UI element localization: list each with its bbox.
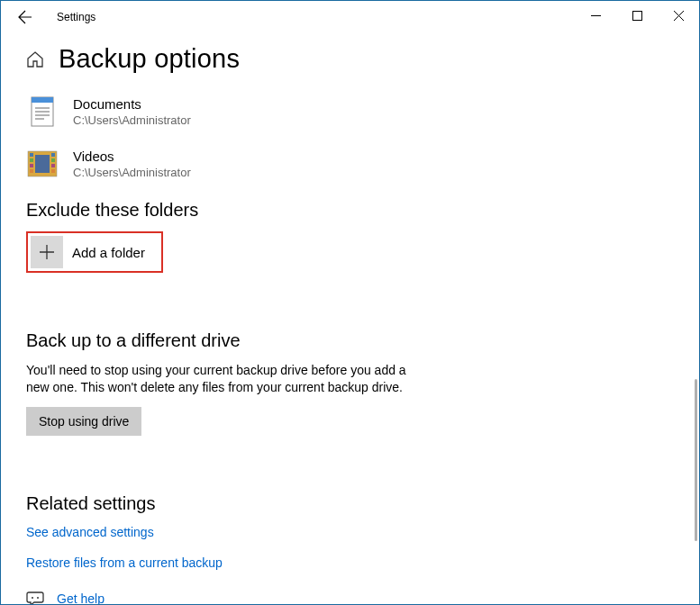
svg-rect-12 [51, 153, 55, 157]
document-icon [26, 95, 59, 128]
svg-rect-9 [30, 158, 33, 162]
scrollbar-thumb[interactable] [695, 379, 697, 541]
app-title: Settings [57, 11, 95, 23]
close-icon [674, 11, 684, 21]
folder-name: Videos [73, 149, 191, 164]
folder-item-documents[interactable]: Documents C:\Users\Administrator [26, 95, 674, 128]
get-help-link[interactable]: Get help [57, 591, 105, 604]
svg-rect-13 [51, 158, 55, 162]
content-area: Backup options Documents C:\Users\Admini… [1, 33, 699, 604]
minimize-icon [591, 11, 601, 21]
folder-name: Documents [73, 96, 191, 112]
plus-box [31, 236, 63, 268]
folder-info: Videos C:\Users\Administrator [73, 149, 191, 179]
folder-item-videos[interactable]: Videos C:\Users\Administrator [26, 148, 674, 180]
help-row: Get help [26, 590, 674, 604]
plus-icon [38, 243, 56, 261]
arrow-left-icon [18, 10, 32, 24]
svg-rect-8 [30, 153, 33, 157]
see-advanced-settings-link[interactable]: See advanced settings [26, 525, 674, 539]
svg-rect-15 [51, 169, 55, 173]
exclude-folders-heading: Exclude these folders [26, 200, 674, 221]
scrollbar[interactable] [695, 379, 698, 541]
titlebar: Settings [1, 1, 699, 33]
different-drive-description: You'll need to stop using your current b… [26, 362, 414, 396]
home-icon[interactable] [26, 50, 44, 68]
stop-using-drive-button[interactable]: Stop using drive [26, 407, 141, 436]
maximize-icon [632, 11, 642, 21]
restore-files-link[interactable]: Restore files from a current backup [26, 555, 674, 570]
svg-rect-2 [32, 97, 53, 103]
folder-path: C:\Users\Administrator [73, 166, 191, 179]
svg-rect-16 [35, 155, 50, 173]
svg-point-18 [37, 597, 39, 599]
minimize-button[interactable] [575, 1, 616, 30]
close-button[interactable] [658, 1, 699, 30]
window-controls [575, 1, 699, 30]
chat-help-icon [26, 590, 44, 604]
add-folder-label: Add a folder [72, 245, 145, 260]
back-button[interactable] [12, 4, 39, 31]
video-icon [26, 148, 59, 180]
add-folder-button[interactable]: Add a folder [31, 236, 145, 268]
svg-point-17 [32, 597, 33, 599]
page-title: Backup options [59, 44, 240, 74]
svg-rect-11 [30, 169, 33, 173]
different-drive-heading: Back up to a different drive [26, 330, 674, 351]
maximize-button[interactable] [616, 1, 658, 30]
page-heading-row: Backup options [26, 44, 674, 74]
svg-rect-10 [30, 164, 33, 167]
svg-rect-0 [632, 11, 641, 20]
folder-info: Documents C:\Users\Administrator [73, 96, 191, 127]
related-settings-heading: Related settings [26, 493, 674, 514]
svg-rect-14 [51, 164, 55, 167]
folder-path: C:\Users\Administrator [73, 113, 191, 127]
highlight-annotation: Add a folder [26, 231, 163, 273]
